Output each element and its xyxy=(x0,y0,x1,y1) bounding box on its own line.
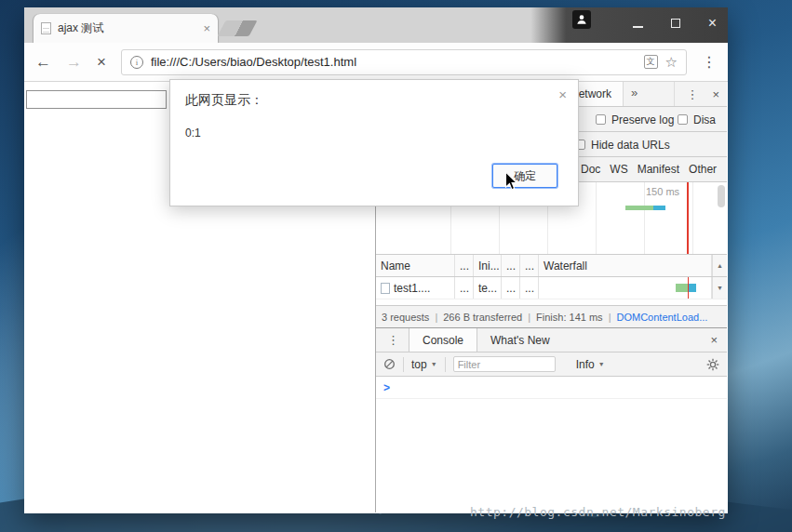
bookmark-star-icon[interactable]: ☆ xyxy=(665,55,678,69)
console-prompt-chevron: > xyxy=(383,381,390,394)
chevron-down-icon: ▼ xyxy=(431,361,437,367)
col-initiator[interactable]: Ini... xyxy=(474,255,502,276)
drawer-close-button[interactable]: × xyxy=(710,334,718,346)
clear-console-icon[interactable] xyxy=(383,358,396,370)
watermark-text: http://blog.csdn.net/Marksinoberg xyxy=(470,505,726,519)
cell-type: te... xyxy=(474,277,502,299)
person-icon xyxy=(575,13,588,26)
back-button[interactable]: ← xyxy=(35,54,51,70)
cell-status: ... xyxy=(455,277,474,299)
overview-waterfall-bar-green xyxy=(625,206,653,210)
filter-other[interactable]: Other xyxy=(689,163,717,176)
toolbar-divider xyxy=(403,357,404,372)
preserve-log-checkbox[interactable] xyxy=(596,114,606,125)
context-selector[interactable]: top ▼ xyxy=(411,358,437,371)
alert-title: 此网页显示： xyxy=(185,92,263,109)
hide-data-urls-label[interactable]: Hide data URLs xyxy=(591,139,670,152)
tab-close-icon[interactable]: × xyxy=(203,22,210,34)
settings-gear-icon[interactable] xyxy=(706,358,719,371)
cell-name: test1.... xyxy=(376,277,455,299)
browser-tab[interactable]: ajax 测试 × xyxy=(34,14,218,43)
alert-message: 0:1 xyxy=(185,126,201,140)
chevron-down-icon: ▼ xyxy=(598,361,605,367)
minimize-button[interactable] xyxy=(633,15,643,32)
alert-ok-button[interactable]: 确定 xyxy=(492,164,557,188)
desktop: ajax 测试 × × ← → × file:/// xyxy=(0,0,792,532)
cell-waterfall xyxy=(539,277,712,299)
request-waterfall-bar-green xyxy=(676,284,689,292)
url-text: file:///C:/Users/biao/Desktop/test1.html xyxy=(151,55,637,69)
col-waterfall[interactable]: Waterfall xyxy=(539,255,712,276)
table-scroll-up[interactable]: ▲ xyxy=(712,255,727,276)
tab-strip: ajax 测试 × × xyxy=(24,7,728,43)
page-text-input[interactable] xyxy=(26,90,167,109)
col-status[interactable]: ... xyxy=(455,255,474,276)
window-controls: × xyxy=(633,7,717,39)
network-summary-bar: 3 requests | 266 B transferred | Finish:… xyxy=(376,305,727,327)
console-filter-input[interactable] xyxy=(453,356,556,372)
page-info-icon[interactable] xyxy=(130,56,143,69)
drawer-menu-button[interactable]: ⋮ xyxy=(387,334,399,346)
file-icon xyxy=(381,283,390,294)
disable-cache-label[interactable]: Disa xyxy=(693,113,716,126)
toolbar-divider xyxy=(445,357,446,372)
translate-icon[interactable] xyxy=(644,55,658,69)
devtools-close-button[interactable]: × xyxy=(712,88,719,100)
overview-waterfall-bar-blue xyxy=(653,206,665,210)
profile-button[interactable] xyxy=(572,10,591,29)
preserve-log-label[interactable]: Preserve log xyxy=(611,113,674,126)
overview-scrollbar-thumb[interactable] xyxy=(718,185,725,207)
network-table-header: Name ... Ini... ... ... Waterfall ▲ xyxy=(376,255,727,277)
tick-150ms: 150 ms xyxy=(646,186,679,197)
filter-manifest[interactable]: Manifest xyxy=(638,163,679,176)
cell-time: ... xyxy=(520,277,539,299)
alert-dialog: 此网页显示： × 0:1 确定 xyxy=(169,79,579,206)
table-scroll-down[interactable]: ▼ xyxy=(712,277,727,299)
tab-title: ajax 测试 xyxy=(58,20,196,36)
col-size[interactable]: ... xyxy=(502,255,520,276)
filter-ws[interactable]: WS xyxy=(610,163,627,176)
forward-button[interactable]: → xyxy=(66,54,82,70)
load-event-line xyxy=(688,277,689,299)
col-time[interactable]: ... xyxy=(520,255,539,276)
gridline xyxy=(596,182,597,254)
address-bar[interactable]: file:///C:/Users/biao/Desktop/test1.html… xyxy=(121,49,687,75)
devtools-menu-button[interactable]: ⋮ xyxy=(686,88,698,100)
gridline xyxy=(692,182,693,254)
network-request-row[interactable]: test1.... ... te... ... ... ▼ xyxy=(376,277,727,299)
requests-count: 3 requests xyxy=(382,312,429,323)
col-name[interactable]: Name xyxy=(376,255,455,276)
filter-doc[interactable]: Doc xyxy=(581,163,600,176)
new-tab-button[interactable] xyxy=(217,20,257,36)
console-drawer-tabbar: ⋮ Console What's New × xyxy=(376,327,727,352)
domcontentloaded-time: DOMContentLoad... xyxy=(616,312,707,323)
more-tabs-chevron[interactable]: » xyxy=(631,86,638,100)
request-waterfall-bar-blue xyxy=(689,284,696,292)
console-prompt-row[interactable]: > xyxy=(376,377,727,399)
finish-time: Finish: 141 ms xyxy=(536,312,603,323)
transferred-size: 266 B transferred xyxy=(443,312,522,323)
favicon-document-icon xyxy=(41,22,51,34)
browser-menu-button[interactable]: ⋮ xyxy=(702,55,717,70)
gridline xyxy=(644,182,645,254)
minimize-icon xyxy=(633,26,643,28)
load-event-line xyxy=(687,182,689,254)
maximize-icon xyxy=(671,19,680,28)
browser-toolbar: ← → × file:///C:/Users/biao/Desktop/test… xyxy=(24,43,728,82)
window-close-button[interactable]: × xyxy=(708,16,717,31)
mouse-cursor xyxy=(504,171,517,194)
stop-button[interactable]: × xyxy=(97,54,106,70)
cell-size: ... xyxy=(502,277,520,299)
tab-console[interactable]: Console xyxy=(409,328,477,352)
log-level-selector[interactable]: Info ▼ xyxy=(576,358,605,371)
maximize-button[interactable] xyxy=(671,15,680,32)
console-output: > xyxy=(376,377,727,512)
disable-cache-checkbox[interactable] xyxy=(678,114,688,125)
tab-whats-new[interactable]: What's New xyxy=(477,328,563,352)
console-toolbar: top ▼ Info ▼ xyxy=(376,352,727,377)
alert-close-icon[interactable]: × xyxy=(558,86,567,102)
